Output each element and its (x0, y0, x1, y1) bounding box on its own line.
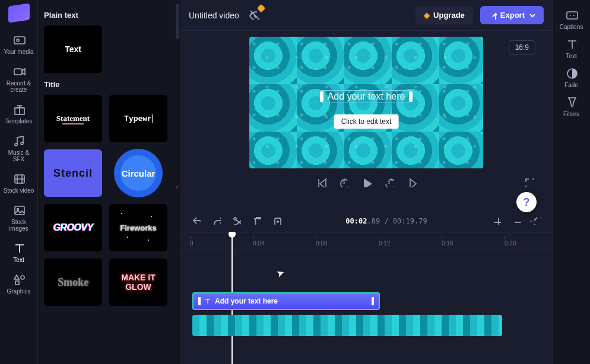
nav-text[interactable]: Text (2, 238, 36, 267)
thumb-label: Text (65, 44, 81, 54)
thumb-typewriter[interactable]: Typewr (109, 95, 167, 142)
nav-stock-video[interactable]: Stock video (2, 168, 36, 197)
thumb-stencil[interactable]: Stencil (44, 149, 102, 197)
timeline-area: 00:02.89 / 00:19.79 0 0:04 0:08 0:12 0:1… (180, 209, 552, 364)
copy-plus-icon (272, 215, 281, 225)
total-time-frac: .79 (414, 217, 427, 225)
thumb-smoke[interactable]: Smoke (44, 258, 102, 306)
rsb-captions[interactable]: Captions (555, 8, 588, 30)
thumb-label: Fireworks (120, 223, 156, 232)
thumb-circular[interactable]: Circular (109, 149, 167, 197)
forward-secs: 5 (388, 180, 390, 185)
nav-graphics[interactable]: Graphics (2, 269, 36, 298)
app-logo[interactable] (8, 3, 30, 23)
nav-label: Templates (5, 118, 33, 124)
svg-rect-14 (567, 12, 578, 19)
video-canvas[interactable]: Add your text here Click to edit text (249, 37, 483, 168)
ruler-tick: 0:12 (379, 237, 390, 247)
skip-start-button[interactable] (316, 177, 326, 189)
text-overlay[interactable]: Add your text here Click to edit text (322, 90, 411, 103)
clip-handle-left[interactable] (198, 297, 201, 305)
thumb-fireworks[interactable]: Fireworks (109, 204, 167, 251)
nav-label: Stock images (2, 219, 36, 232)
rsb-label: Captions (560, 24, 583, 30)
undo-button[interactable] (191, 215, 201, 226)
rsb-filters[interactable]: Filters (555, 95, 588, 117)
upgrade-button[interactable]: ◆ Upgrade (415, 6, 473, 24)
nav-your-media[interactable]: Your media (2, 30, 36, 59)
nav-label: Stock video (4, 187, 34, 194)
thumb-make-it-glow[interactable]: MAKE IT GLOW (109, 258, 167, 306)
topbar: Untitled video ◆ Upgrade Export (180, 0, 552, 31)
thumb-statement[interactable]: Statement (44, 95, 102, 142)
play-icon (361, 177, 372, 187)
track-spacer (186, 254, 552, 288)
nav-record-create[interactable]: Record & create (2, 61, 36, 97)
timeline-tracks[interactable]: ➤ Add your text here (180, 250, 552, 364)
panel-scrollbar[interactable] (176, 4, 179, 39)
text-clip-label: Add your text here (215, 297, 278, 305)
rsb-label: Fade (564, 82, 578, 88)
plus-icon (491, 215, 501, 225)
svg-rect-7 (15, 206, 24, 215)
main-area: ‹ Untitled video ◆ Upgrade Export 16:9 A… (180, 0, 552, 364)
rewind-button[interactable]: 5 (338, 177, 349, 189)
split-button[interactable] (231, 215, 241, 226)
image-icon (12, 203, 26, 216)
rsb-label: Text (566, 53, 576, 59)
export-label: Export (500, 11, 525, 20)
aspect-ratio-selector[interactable]: 16:9 (509, 40, 535, 55)
visibility-toggle[interactable] (246, 7, 262, 24)
duplicate-button[interactable] (272, 215, 281, 226)
gem-icon: ◆ (424, 11, 430, 20)
text-clip[interactable]: Add your text here (192, 292, 380, 310)
nav-templates[interactable]: Templates (2, 99, 36, 128)
clip-handle-right[interactable] (372, 297, 374, 305)
current-time: 00:02 (345, 217, 367, 225)
fullscreen-button[interactable] (524, 177, 534, 189)
rsb-text[interactable]: Text (555, 37, 588, 59)
text-styles-panel: Plain text Text Title Statement Typewr S… (38, 0, 180, 364)
nav-label: Record & create (2, 80, 36, 93)
nav-label: Text (13, 257, 24, 263)
zoom-in-button[interactable] (491, 215, 501, 226)
help-button[interactable]: ? (516, 192, 537, 212)
panel-collapse-toggle[interactable]: ‹ (176, 182, 179, 191)
gift-icon (12, 103, 26, 116)
export-button[interactable]: Export (480, 6, 544, 24)
text-icon (565, 37, 578, 50)
svg-rect-2 (14, 69, 22, 75)
thumb-label: Smoke (58, 276, 88, 289)
preview-collapse-toggle[interactable]: ⌄ (528, 216, 534, 224)
preview-area: 16:9 Add your text here Click to edit te… (180, 31, 552, 209)
timeline-ruler[interactable]: 0 0:04 0:08 0:12 0:16 0:20 (180, 233, 552, 250)
play-button[interactable] (361, 177, 372, 189)
forward-button[interactable]: 5 (383, 177, 394, 189)
thumb-groovy[interactable]: GROOVY (44, 204, 102, 251)
resize-handle-right[interactable] (409, 91, 413, 102)
thumb-plain-text[interactable]: Text (44, 25, 102, 73)
music-icon (12, 134, 26, 147)
overlay-text[interactable]: Add your text here (328, 91, 405, 101)
redo-button[interactable] (211, 215, 221, 226)
total-time: 00:19 (393, 217, 414, 225)
delete-button[interactable] (252, 215, 261, 226)
project-title[interactable]: Untitled video (189, 11, 239, 20)
upgrade-label: Upgrade (433, 11, 465, 20)
eye-off-icon (249, 9, 259, 20)
media-icon (12, 33, 26, 46)
svg-rect-0 (14, 37, 25, 44)
video-clip[interactable] (192, 315, 502, 336)
rsb-fade[interactable]: Fade (555, 66, 588, 88)
zoom-out-button[interactable] (512, 215, 521, 226)
ruler-tick: 0:20 (505, 237, 516, 247)
resize-handle-left[interactable] (320, 91, 323, 102)
ruler-tick: 0 (190, 237, 194, 247)
nav-music-sfx[interactable]: Music & SFX (2, 130, 36, 166)
skip-end-button[interactable] (406, 177, 417, 189)
svg-point-1 (17, 39, 19, 41)
section-plain-text: Plain text (44, 11, 175, 20)
nav-stock-images[interactable]: Stock images (2, 200, 36, 235)
chevron-down-icon (528, 11, 535, 20)
ruler-tick: 0:16 (442, 237, 453, 247)
